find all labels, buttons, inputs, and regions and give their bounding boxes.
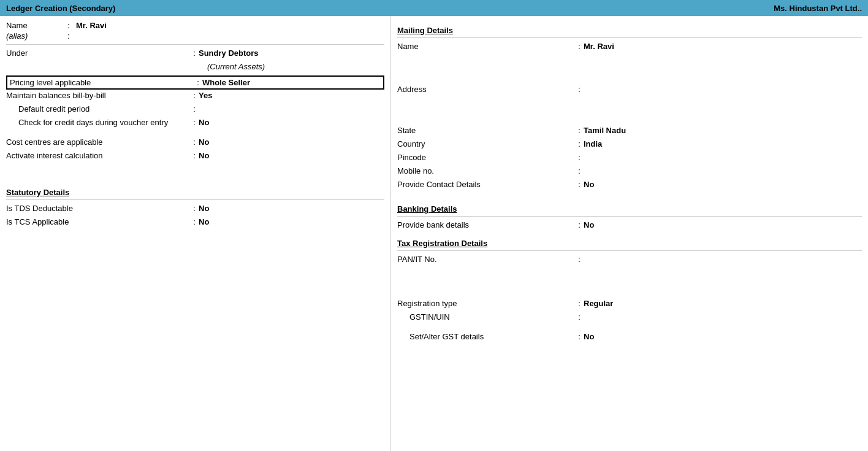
under-sub: (Current Assets) <box>207 62 265 71</box>
provide-bank-label: Provide bank details <box>397 220 575 229</box>
right-panel: Mailing Details Name : Mr. Ravi Address … <box>391 16 868 451</box>
mailing-address-label: Address <box>397 85 575 94</box>
maintain-value: Yes <box>199 91 212 100</box>
mailing-state-label: State <box>397 126 575 135</box>
mailing-country-value: India <box>584 139 602 148</box>
activate-interest-colon: : <box>190 151 199 160</box>
activate-interest-value: No <box>199 151 209 160</box>
default-credit-label: Default credit period <box>18 104 190 114</box>
check-credit-label: Check for credit days during voucher ent… <box>18 118 190 127</box>
reg-type-value: Regular <box>584 299 613 308</box>
provide-contact-label: Provide Contact Details <box>397 180 575 189</box>
mailing-state-value: Tamil Nadu <box>584 126 626 135</box>
mailing-header: Mailing Details <box>397 26 453 35</box>
set-alter-colon: : <box>575 332 584 341</box>
mailing-name-label: Name <box>397 42 575 51</box>
divider-statutory <box>6 199 384 200</box>
default-credit-colon: : <box>190 104 199 114</box>
pricing-value: Whole Seller <box>202 78 250 87</box>
gstin-label: GSTIN/UIN <box>409 312 575 322</box>
provide-bank-value: No <box>584 220 594 229</box>
mailing-address-colon: : <box>575 85 584 94</box>
name-value: Mr. Ravi <box>76 21 107 30</box>
mailing-mobile-label: Mobile no. <box>397 166 575 175</box>
under-value: Sundry Debtors <box>199 48 259 58</box>
mailing-name-colon: : <box>575 42 584 51</box>
divider-banking <box>397 216 862 217</box>
maintain-colon: : <box>190 91 199 100</box>
banking-header: Banking Details <box>397 204 457 214</box>
alias-label: (alias) <box>6 31 67 40</box>
gstin-colon: : <box>575 312 584 322</box>
activate-interest-label: Activate interest calculation <box>6 151 190 160</box>
alias-colon: : <box>67 31 76 40</box>
header-company: Ms. Hindustan Pvt Ltd.. <box>774 4 862 13</box>
set-alter-label: Set/Alter GST details <box>409 332 575 341</box>
reg-type-colon: : <box>575 299 584 308</box>
under-colon: : <box>190 48 199 58</box>
tax-reg-header: Tax Registration Details <box>397 239 487 248</box>
under-label: Under <box>6 48 190 58</box>
pricing-label: Pricing level applicable <box>10 78 194 87</box>
mailing-country-label: Country <box>397 139 575 148</box>
name-colon: : <box>67 21 76 30</box>
provide-contact-colon: : <box>575 180 584 189</box>
cost-centres-value: No <box>199 137 209 147</box>
tcs-value: No <box>199 217 209 226</box>
pan-label: PAN/IT No. <box>397 255 575 264</box>
tcs-label: Is TCS Applicable <box>6 217 190 226</box>
provide-contact-value: No <box>584 180 594 189</box>
mailing-country-colon: : <box>575 139 584 148</box>
cost-centres-label: Cost centres are applicable <box>6 137 190 147</box>
tds-value: No <box>199 204 209 213</box>
pan-colon: : <box>575 255 584 264</box>
name-label: Name <box>6 21 67 30</box>
reg-type-label: Registration type <box>397 299 575 308</box>
divider-mailing <box>397 37 862 38</box>
tds-label: Is TDS Deductable <box>6 204 190 213</box>
tds-colon: : <box>190 204 199 213</box>
provide-bank-colon: : <box>575 220 584 229</box>
header-title: Ledger Creation (Secondary) <box>6 4 115 13</box>
mailing-name-value: Mr. Ravi <box>584 42 614 51</box>
check-credit-value: No <box>199 118 209 127</box>
check-credit-colon: : <box>190 118 199 127</box>
cost-centres-colon: : <box>190 137 199 147</box>
divider-1 <box>6 44 384 45</box>
header-bar: Ledger Creation (Secondary) Ms. Hindusta… <box>0 0 868 16</box>
set-alter-value: No <box>584 332 594 341</box>
divider-tax <box>397 250 862 251</box>
pricing-colon: : <box>194 78 202 87</box>
mailing-pincode-colon: : <box>575 153 584 162</box>
mailing-mobile-colon: : <box>575 166 584 175</box>
mailing-pincode-label: Pincode <box>397 153 575 162</box>
maintain-label: Maintain balances bill-by-bill <box>6 91 190 100</box>
mailing-state-colon: : <box>575 126 584 135</box>
tcs-colon: : <box>190 217 199 226</box>
left-panel: Name : Mr. Ravi (alias) : Under : Sundry… <box>0 16 391 451</box>
pricing-row[interactable]: Pricing level applicable : Whole Seller <box>6 75 384 90</box>
statutory-header: Statutory Details <box>6 188 69 197</box>
